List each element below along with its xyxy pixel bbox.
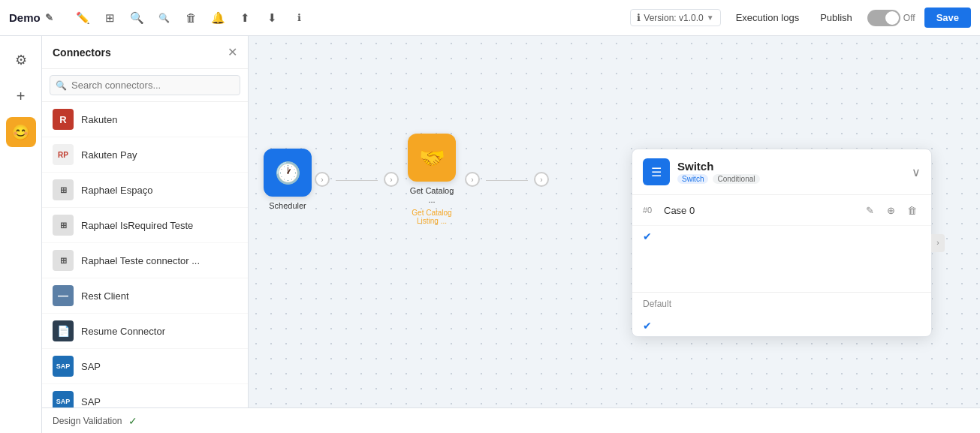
left-sidebar: ⚙ + 😊 [0,36,42,433]
flow-container: 🕐 Scheduler › ———— › 🤝 Get Catalog ... G… [264,134,552,225]
toolbar: ✏️ ⊞ 🔍 🔍 🗑 🔔 ⬆ ⬇ ℹ [71,6,312,30]
get-catalog-label: Get Catalog ... [406,186,458,204]
connectors-header: Connectors ✕ [42,36,248,69]
scheduler-node-label: Scheduler [269,201,306,210]
case-0-add-btn[interactable]: ⊕ [882,201,900,219]
validation-check-icon: ✓ [128,415,137,427]
connector-icon: R [53,109,74,130]
download-btn[interactable]: ⬇ [261,6,285,30]
toggle-knob [885,11,899,25]
case-0-row: #0 Case 0 ✎ ⊕ 🗑 [632,195,931,226]
version-text: Version: v1.0.0 [644,13,703,23]
connector-name: Rest Client [81,290,129,302]
connector-name: Rakuten [81,114,117,125]
list-item[interactable]: — Rest Client [42,278,248,314]
design-validation-label: Design Validation [53,416,122,426]
switch-chevron-icon[interactable]: ∨ [912,165,921,179]
switch-title-wrap: Switch Switch Conditional [677,160,760,184]
edit-title-icon[interactable]: ✎ [45,12,53,23]
connector-name: SAP [81,396,101,407]
get-catalog-node-box[interactable]: 🤝 [408,134,456,182]
case-0-edit-btn[interactable]: ✎ [861,201,879,219]
case-0-spacer [632,247,931,292]
connector-name: SAP [81,361,101,372]
list-item[interactable]: R Rakuten [42,102,248,137]
case-0-num: #0 [643,206,658,215]
execution-logs-btn[interactable]: Execution logs [730,9,806,26]
upload-btn[interactable]: ⬆ [234,6,258,30]
default-label: Default [643,299,671,309]
list-item[interactable]: 📄 Resume Connector [42,314,248,349]
list-item[interactable]: ⊞ Raphael Teste connector ... [42,243,248,278]
case-0-delete-btn[interactable]: 🗑 [903,201,921,219]
switch-badge-switch: Switch [677,174,708,184]
connector-line-2: ———— [486,173,528,185]
connectors-list: R Rakuten RP Rakuten Pay ⊞ Raphael Espaç… [42,102,248,433]
version-badge: ℹ Version: v1.0.0 ▼ [630,9,720,26]
list-item[interactable]: ⊞ Raphael Espaço [42,173,248,208]
arrow-dot-1: › [315,172,330,187]
switch-panel: ☰ Switch Switch Conditional ∨ #0 Case 0 … [632,149,932,337]
add-btn[interactable]: + [6,81,36,111]
connectors-title: Connectors [53,47,111,59]
default-check: ✔ [632,315,931,336]
connector-name: Raphael Teste connector ... [81,255,200,266]
close-connectors-btn[interactable]: ✕ [228,45,237,59]
connector-icon: — [53,285,74,306]
settings-tool-btn[interactable]: ⚙ [6,45,36,75]
connector-name: Resume Connector [81,326,165,337]
bottom-bar: Design Validation ✓ [42,407,980,433]
title-text: Demo [9,11,41,24]
connectors-panel: Connectors ✕ 🔍 R Rakuten RP Rakuten Pay … [42,36,249,433]
zoom-in-btn[interactable]: 🔍 [152,6,176,30]
toggle-switch[interactable] [867,10,900,26]
emoji-icon-btn[interactable]: 😊 [6,117,36,147]
connector-icon: ⊞ [53,250,74,271]
scheduler-node-box[interactable]: 🕐 [264,149,312,197]
pencil-tool-btn[interactable]: ✏️ [71,6,95,30]
toggle-wrap: Off [867,10,915,26]
save-btn[interactable]: Save [924,8,971,28]
arrow-3: › [465,172,480,187]
switch-right-arrow[interactable]: › [931,234,945,252]
chevron-down-icon[interactable]: ▼ [707,14,714,22]
search-connectors-input[interactable] [50,75,240,95]
connector-icon: 📄 [53,320,74,341]
connector-icon: ⊞ [53,215,74,236]
default-row: Default [632,292,931,315]
connector-icon: ⊞ [53,179,74,200]
switch-icon: ☰ [643,158,670,185]
connector-name: Raphael Espaço [81,185,152,196]
toggle-label: Off [903,13,915,23]
app-title: Demo ✎ [9,11,53,24]
arrow-dot-2: › [384,172,399,187]
switch-badges: Switch Conditional [677,174,760,184]
search-icon: 🔍 [56,80,67,91]
grid-tool-btn[interactable]: ⊞ [98,6,122,30]
get-catalog-sublabel: Get Catalog Listing ... [402,209,462,225]
connector-name: Raphael IsRequired Teste [81,220,193,231]
list-item[interactable]: SAP SAP [42,349,248,384]
list-item[interactable]: RP Rakuten Pay [42,137,248,173]
scheduler-node[interactable]: 🕐 Scheduler [264,149,312,210]
list-item[interactable]: ⊞ Raphael IsRequired Teste [42,208,248,243]
switch-header: ☰ Switch Switch Conditional ∨ [632,149,931,195]
connector-icon: RP [53,144,74,165]
connector-line-1: ———— [336,173,378,185]
connector-icon: SAP [53,356,74,377]
zoom-out-btn[interactable]: 🔍 [125,6,149,30]
publish-btn[interactable]: Publish [814,9,858,26]
main-layout: ⚙ + 😊 Connectors ✕ 🔍 R Rakuten RP Rakute… [0,36,980,433]
canvas-area[interactable]: 🕐 Scheduler › ———— › 🤝 Get Catalog ... G… [249,36,980,433]
info-btn[interactable]: ℹ [288,6,312,30]
get-catalog-node[interactable]: 🤝 Get Catalog ... Get Catalog Listing ..… [402,134,462,225]
bell-btn[interactable]: 🔔 [207,6,231,30]
topbar-right: ℹ Version: v1.0.0 ▼ Execution logs Publi… [630,8,971,28]
arrow-dot-4: › [534,172,549,187]
delete-btn[interactable]: 🗑 [179,6,204,30]
search-wrap: 🔍 [42,69,248,102]
switch-title: Switch [677,160,760,173]
switch-badge-conditional: Conditional [713,174,759,184]
case-0-check: ✔ [632,226,931,247]
case-0-actions: ✎ ⊕ 🗑 [861,201,921,219]
